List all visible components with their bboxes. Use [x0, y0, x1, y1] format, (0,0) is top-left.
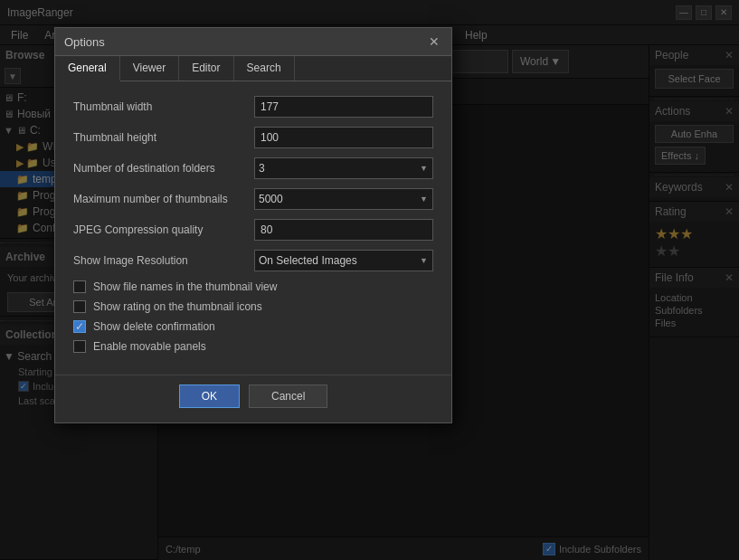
select-dest-folders[interactable]: 3 1 2 4 5: [254, 157, 433, 179]
select-max-thumbnails[interactable]: 5000 1000 2000 10000: [254, 188, 433, 210]
modal-body: Thumbnail width Thumbnail height Number …: [158, 81, 451, 375]
field-show-resolution: Show Image Resolution On Selected Images…: [158, 250, 433, 271]
field-thumbnail-height: Thumbnail height: [158, 127, 433, 148]
input-jpeg-quality[interactable]: [254, 219, 433, 241]
cb-row-movable: Enable movable panels: [158, 340, 433, 353]
cb-row-delete: ✓ Show delete confirmation: [158, 320, 433, 333]
label-thumbnail-width: Thumbnail width: [158, 100, 254, 113]
cb-delete-label: Show delete confirmation: [158, 320, 215, 333]
label-dest-folders: Number of destination folders: [158, 162, 254, 175]
field-jpeg-quality: JPEG Compression quality: [158, 219, 433, 241]
select-resolution-wrapper: On Selected Images Always Never: [254, 250, 433, 271]
cb-filenames-label: Show file names in the thumbnail view: [158, 280, 277, 293]
field-dest-folders: Number of destination folders 3 1 2 4 5: [158, 157, 433, 179]
modal-titlebar: Options ✕: [158, 45, 451, 56]
modal-tabs: General Viewer Editor Search: [158, 56, 451, 81]
ok-button[interactable]: OK: [179, 384, 240, 408]
select-show-resolution[interactable]: On Selected Images Always Never: [254, 250, 433, 271]
field-thumbnail-width: Thumbnail width: [158, 96, 433, 118]
input-thumbnail-width[interactable]: [254, 96, 433, 118]
tab-search[interactable]: Search: [234, 56, 295, 81]
modal-footer: OK Cancel: [158, 375, 451, 422]
cb-movable-label: Enable movable panels: [158, 340, 206, 353]
modal-close-button[interactable]: ✕: [426, 45, 442, 50]
label-thumbnail-height: Thumbnail height: [158, 131, 254, 144]
field-max-thumbnails: Maximum number of thumbnails 5000 1000 2…: [158, 188, 433, 210]
main-container: Browse ✕ ▼ 🖥 F: 🖥 Новый том (D:): [0, 45, 739, 560]
select-max-thumb-wrapper: 5000 1000 2000 10000: [254, 188, 433, 210]
tab-editor[interactable]: Editor: [179, 56, 233, 81]
label-jpeg-quality: JPEG Compression quality: [158, 223, 254, 236]
label-max-thumbnails: Maximum number of thumbnails: [158, 193, 254, 205]
options-dialog: Options ✕ General Viewer Editor Search T…: [158, 45, 452, 423]
cancel-button[interactable]: Cancel: [249, 384, 327, 408]
label-show-resolution: Show Image Resolution: [158, 254, 254, 267]
tab-viewer[interactable]: Viewer: [158, 56, 179, 81]
input-thumbnail-height[interactable]: [254, 127, 433, 148]
cb-rating-label: Show rating on the thumbnail icons: [158, 300, 262, 313]
center-area: ⊞ ✕ 🔍+ 🔍- ✓ ↺ ≡ World ▼ Date ▼ N: [158, 45, 649, 560]
cb-row-rating: Show rating on the thumbnail icons: [158, 300, 433, 313]
cb-row-filenames: Show file names in the thumbnail view: [158, 280, 433, 293]
select-dest-folders-wrapper: 3 1 2 4 5: [254, 157, 433, 179]
modal-overlay: Options ✕ General Viewer Editor Search T…: [158, 45, 649, 560]
